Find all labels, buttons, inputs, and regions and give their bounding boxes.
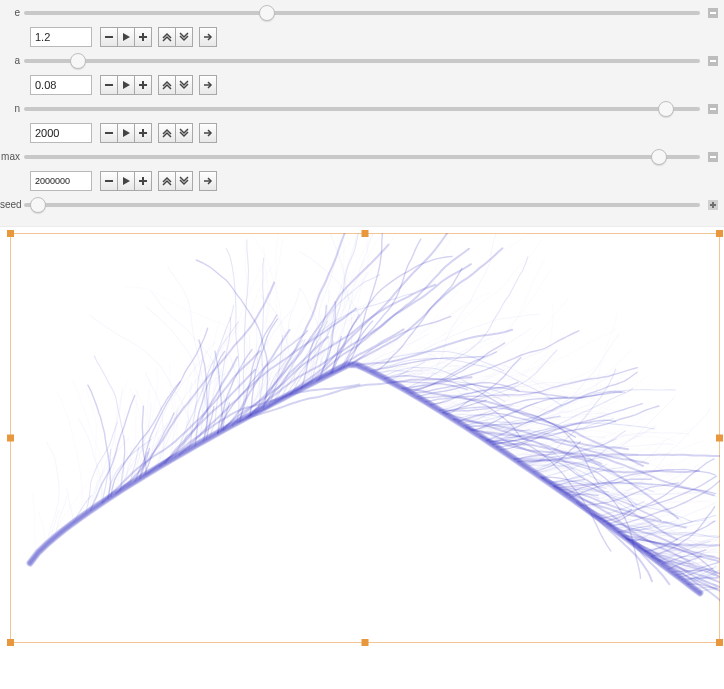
svg-rect-13 bbox=[139, 132, 147, 134]
step-minus-a[interactable] bbox=[100, 75, 118, 95]
slider-e[interactable] bbox=[24, 8, 718, 18]
slider-n[interactable] bbox=[24, 104, 718, 114]
play-e[interactable] bbox=[117, 27, 135, 47]
svg-rect-5 bbox=[105, 84, 113, 86]
value-input-max[interactable] bbox=[30, 171, 92, 191]
step-plus-n[interactable] bbox=[134, 123, 152, 143]
svg-rect-10 bbox=[105, 132, 113, 134]
collapse-toggle-n[interactable] bbox=[708, 104, 718, 114]
big-down-a[interactable] bbox=[175, 75, 193, 95]
output-canvas-area bbox=[0, 227, 724, 649]
collapse-toggle-max[interactable] bbox=[708, 152, 718, 162]
param-label-max: max bbox=[0, 152, 24, 162]
param-row-a: a bbox=[0, 50, 718, 72]
param-label-n: n bbox=[0, 104, 24, 114]
value-row-n bbox=[0, 120, 718, 146]
big-up-max[interactable] bbox=[158, 171, 176, 191]
svg-marker-1 bbox=[123, 33, 130, 41]
commit-n[interactable] bbox=[199, 123, 217, 143]
step-minus-e[interactable] bbox=[100, 27, 118, 47]
svg-marker-11 bbox=[123, 129, 130, 137]
collapse-toggle-a[interactable] bbox=[708, 56, 718, 66]
param-label-a: a bbox=[0, 56, 24, 66]
step-plus-a[interactable] bbox=[134, 75, 152, 95]
play-a[interactable] bbox=[117, 75, 135, 95]
big-down-max[interactable] bbox=[175, 171, 193, 191]
slider-max[interactable] bbox=[24, 152, 718, 162]
value-input-e[interactable] bbox=[30, 27, 92, 47]
collapse-toggle-e[interactable] bbox=[708, 8, 718, 18]
svg-rect-3 bbox=[139, 36, 147, 38]
value-row-a bbox=[0, 72, 718, 98]
commit-max[interactable] bbox=[199, 171, 217, 191]
value-input-n[interactable] bbox=[30, 123, 92, 143]
value-input-a[interactable] bbox=[30, 75, 92, 95]
param-label-seed: seed bbox=[0, 200, 24, 210]
generative-plot bbox=[10, 233, 720, 643]
value-row-e bbox=[0, 24, 718, 50]
svg-rect-0 bbox=[105, 36, 113, 38]
commit-a[interactable] bbox=[199, 75, 217, 95]
big-up-a[interactable] bbox=[158, 75, 176, 95]
commit-e[interactable] bbox=[199, 27, 217, 47]
collapse-toggle-seed[interactable] bbox=[708, 200, 718, 210]
big-up-e[interactable] bbox=[158, 27, 176, 47]
param-row-e: e bbox=[0, 2, 718, 24]
play-n[interactable] bbox=[117, 123, 135, 143]
step-minus-max[interactable] bbox=[100, 171, 118, 191]
big-up-n[interactable] bbox=[158, 123, 176, 143]
graphics-selection-frame[interactable] bbox=[10, 233, 720, 643]
step-plus-e[interactable] bbox=[134, 27, 152, 47]
param-row-n: n bbox=[0, 98, 718, 120]
slider-a[interactable] bbox=[24, 56, 718, 66]
slider-seed[interactable] bbox=[24, 200, 718, 210]
svg-marker-16 bbox=[123, 177, 130, 185]
value-row-max bbox=[0, 168, 718, 194]
param-row-max: max bbox=[0, 146, 718, 168]
param-label-e: e bbox=[0, 8, 24, 18]
play-max[interactable] bbox=[117, 171, 135, 191]
controls-panel: e a bbox=[0, 0, 724, 227]
big-down-e[interactable] bbox=[175, 27, 193, 47]
svg-rect-15 bbox=[105, 180, 113, 182]
svg-rect-8 bbox=[139, 84, 147, 86]
step-plus-max[interactable] bbox=[134, 171, 152, 191]
big-down-n[interactable] bbox=[175, 123, 193, 143]
svg-rect-18 bbox=[139, 180, 147, 182]
svg-marker-6 bbox=[123, 81, 130, 89]
step-minus-n[interactable] bbox=[100, 123, 118, 143]
param-row-seed: seed bbox=[0, 194, 718, 216]
